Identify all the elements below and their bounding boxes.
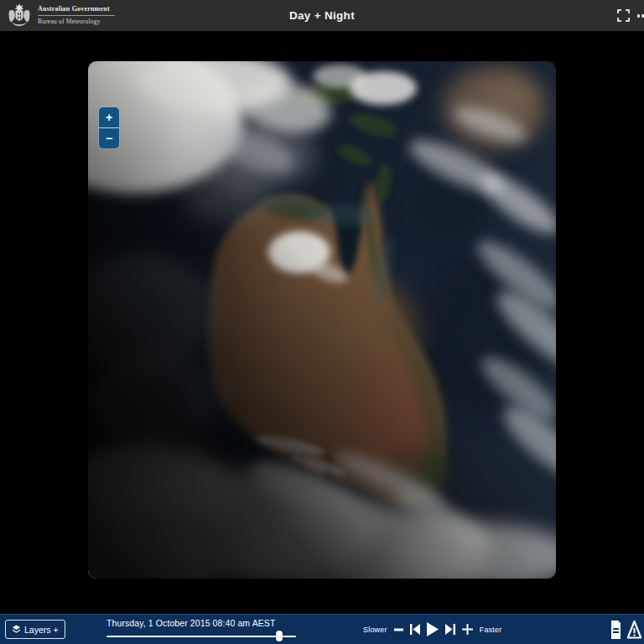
logo-government-label: Australian Government xyxy=(38,6,115,13)
document-icon[interactable] xyxy=(610,620,621,640)
header-icons xyxy=(617,0,644,31)
frame-timestamp: Thursday, 1 October 2015 08:40 am AEST xyxy=(106,618,275,628)
playback-controls: Slower Faster xyxy=(363,615,501,644)
zoom-in-button[interactable]: + xyxy=(99,107,119,128)
layers-button[interactable]: Layers + xyxy=(5,620,65,639)
timeline-slider[interactable] xyxy=(106,631,296,642)
footer-right-icons xyxy=(610,615,641,644)
satellite-viewer-app: Day + Night Australian Government xyxy=(0,0,644,644)
slower-button-icon[interactable] xyxy=(394,628,403,631)
satellite-image xyxy=(88,61,556,579)
map-zoom-control: + − xyxy=(99,107,119,148)
satellite-map[interactable]: + − xyxy=(88,61,556,579)
timeline-bar: Layers + Thursday, 1 October 2015 08:40 … xyxy=(0,614,644,644)
menu-dots-icon[interactable] xyxy=(637,14,644,18)
step-back-icon[interactable] xyxy=(410,624,420,635)
zoom-out-button[interactable]: − xyxy=(99,128,119,148)
step-forward-icon[interactable] xyxy=(445,624,455,635)
faster-label: Faster xyxy=(480,626,502,634)
logo-text: Australian Government Bureau of Meteorol… xyxy=(38,6,115,25)
app-header: Day + Night Australian Government xyxy=(0,0,644,31)
play-button-icon[interactable] xyxy=(427,622,439,636)
coat-of-arms-icon xyxy=(7,3,32,29)
logo-bureau-label: Bureau of Meteorology xyxy=(38,18,115,25)
faster-button-icon[interactable] xyxy=(462,624,473,635)
timeline-slider-handle[interactable] xyxy=(276,631,283,641)
government-logo: Australian Government Bureau of Meteorol… xyxy=(7,3,115,29)
layers-icon xyxy=(12,625,21,634)
layers-button-label: Layers + xyxy=(24,625,59,635)
timeline-slider-track[interactable] xyxy=(106,636,296,637)
warning-icon[interactable] xyxy=(627,620,641,640)
slower-label: Slower xyxy=(363,626,387,634)
fullscreen-icon[interactable] xyxy=(617,9,630,22)
logo-divider xyxy=(38,15,115,16)
